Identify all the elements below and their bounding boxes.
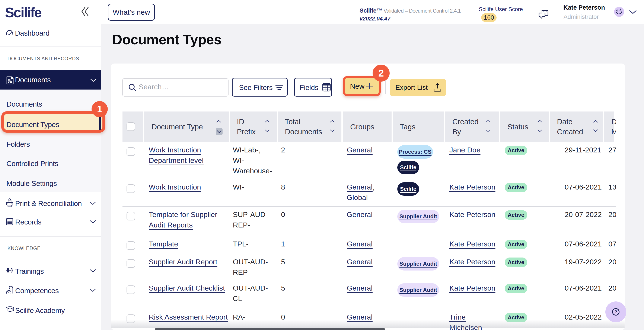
svg-text:?: ? bbox=[614, 310, 617, 314]
